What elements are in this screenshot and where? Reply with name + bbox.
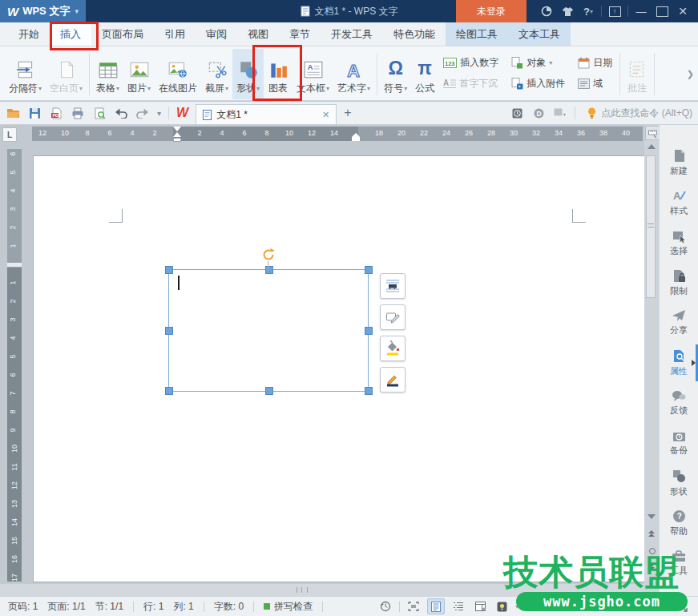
formula-button[interactable]: π 公式 bbox=[411, 49, 438, 99]
document-tab[interactable]: 文档1 * bbox=[196, 104, 337, 124]
recent-history-icon[interactable] bbox=[377, 599, 393, 614]
tab-stop-selector[interactable]: L bbox=[2, 127, 17, 142]
tab-section[interactable]: 章节 bbox=[279, 22, 321, 46]
close-button[interactable]: ✕ bbox=[672, 0, 693, 22]
selection-handle[interactable] bbox=[365, 266, 373, 274]
scrollbar-thumb[interactable] bbox=[646, 155, 656, 298]
textbox-shape[interactable] bbox=[168, 269, 369, 392]
online-picture-button[interactable]: 在线图片 bbox=[155, 49, 201, 99]
sidebar-item-backup[interactable]: 备份 bbox=[660, 423, 698, 463]
sidebar-item-properties[interactable]: 属性 bbox=[660, 343, 698, 383]
tab-insert[interactable]: 插入 bbox=[50, 22, 91, 46]
help-button[interactable]: ? bbox=[578, 0, 599, 22]
tab-home[interactable]: 开始 bbox=[8, 22, 50, 46]
export-pdf-button[interactable]: PDF bbox=[49, 106, 63, 120]
table-button[interactable]: 表格 bbox=[92, 49, 123, 99]
shape-style-button[interactable] bbox=[380, 304, 405, 330]
eye-protect-mode-button[interactable] bbox=[494, 599, 510, 614]
fullscreen-view-button[interactable] bbox=[405, 599, 422, 614]
page-view-button[interactable] bbox=[427, 598, 445, 614]
tab-review[interactable]: 审阅 bbox=[196, 22, 237, 46]
sidebar-item-share[interactable]: 分享 bbox=[660, 303, 698, 343]
sidebar-item-help[interactable]: ? 帮助 bbox=[660, 503, 698, 543]
sidebar-item-styles[interactable]: A 样式 bbox=[660, 183, 698, 223]
left-indent-marker[interactable] bbox=[173, 138, 181, 142]
selection-handle[interactable] bbox=[165, 266, 173, 274]
drop-cap-button[interactable]: A 首字下沉 bbox=[443, 77, 498, 91]
v-ruler-origin-marker[interactable] bbox=[7, 263, 22, 267]
print-button[interactable] bbox=[71, 106, 85, 120]
new-tab-button[interactable] bbox=[344, 106, 351, 120]
breaks-button[interactable]: 分隔符 bbox=[5, 49, 46, 99]
blank-page-button[interactable]: 空白页 bbox=[46, 49, 87, 99]
ruler-toggle-button[interactable] bbox=[645, 126, 660, 140]
selection-handle[interactable] bbox=[365, 327, 373, 335]
selection-handle[interactable] bbox=[365, 387, 373, 395]
sidebar-item-shapes[interactable]: 形状 bbox=[660, 463, 698, 503]
doc-repair-icon[interactable]: D bbox=[531, 106, 546, 120]
tab-special-features[interactable]: 特色功能 bbox=[383, 22, 446, 46]
selection-handle[interactable] bbox=[165, 327, 173, 335]
screenshot-button[interactable]: 截屏 bbox=[201, 49, 232, 99]
toolbar-more-icon[interactable] bbox=[157, 109, 161, 118]
wps-app-menu-button[interactable]: W WPS 文字 bbox=[0, 0, 86, 22]
picture-button[interactable]: 图片 bbox=[123, 49, 155, 99]
open-file-button[interactable] bbox=[6, 106, 20, 120]
panel-collapse-arrow[interactable] bbox=[692, 360, 696, 366]
sidebar-item-select[interactable]: 选择 bbox=[660, 223, 698, 263]
outline-view-button[interactable] bbox=[450, 599, 466, 614]
selection-handle[interactable] bbox=[265, 266, 273, 274]
history-version-icon[interactable] bbox=[510, 106, 524, 120]
date-button[interactable]: 日期 bbox=[578, 56, 612, 70]
scroll-up-arrow[interactable] bbox=[648, 144, 656, 149]
share-more-icon[interactable] bbox=[553, 106, 567, 120]
insert-number-button[interactable]: 123 插入数字 bbox=[443, 56, 498, 70]
tab-view[interactable]: 视图 bbox=[237, 22, 279, 46]
web-layout-view-button[interactable] bbox=[472, 599, 488, 614]
tab-references[interactable]: 引用 bbox=[154, 22, 196, 46]
sidebar-item-new[interactable]: 新建 bbox=[660, 143, 698, 183]
save-button[interactable] bbox=[27, 106, 42, 120]
attachment-button[interactable]: 插入附件 bbox=[511, 77, 565, 91]
skin-shirt-icon[interactable] bbox=[557, 0, 578, 22]
wordart-button[interactable]: A 艺术字 bbox=[333, 49, 374, 99]
comment-button[interactable]: 批注 bbox=[623, 49, 652, 99]
textbox-button[interactable]: A 文本框 bbox=[293, 49, 333, 99]
outline-color-button[interactable] bbox=[380, 367, 405, 393]
login-button[interactable]: 未登录 bbox=[456, 0, 527, 22]
tab-page-layout[interactable]: 页面布局 bbox=[91, 22, 154, 46]
vertical-scrollbar[interactable] bbox=[644, 125, 659, 596]
sidebar-item-restrict[interactable]: 限制 bbox=[660, 263, 698, 303]
undo-button[interactable] bbox=[114, 106, 128, 120]
previous-page-button[interactable] bbox=[648, 530, 655, 537]
maximize-button[interactable] bbox=[652, 0, 672, 22]
field-button[interactable]: 域 bbox=[578, 77, 612, 91]
chart-button[interactable]: 图表 bbox=[264, 49, 293, 99]
scroll-down-arrow[interactable] bbox=[648, 514, 656, 519]
minimize-button[interactable]: — bbox=[631, 0, 652, 22]
find-command-button[interactable]: 点此查找命令 (Alt+Q) bbox=[587, 107, 692, 120]
close-tab-icon[interactable] bbox=[322, 110, 329, 120]
first-line-indent-marker[interactable] bbox=[173, 127, 181, 131]
feedback-circle-icon[interactable] bbox=[536, 0, 557, 22]
status-word-count[interactable]: 字数: 0 bbox=[214, 600, 244, 614]
selection-handle[interactable] bbox=[265, 387, 273, 395]
spellcheck-status[interactable]: 拼写检查 bbox=[264, 600, 313, 614]
ribbon-expander-icon[interactable]: ❯ bbox=[684, 69, 696, 79]
print-preview-button[interactable] bbox=[92, 106, 107, 120]
selection-handle[interactable] bbox=[165, 387, 173, 395]
hscrollbar-grip[interactable] bbox=[297, 587, 308, 593]
object-button[interactable]: 对象 bbox=[511, 56, 565, 70]
hide-ribbon-icon[interactable]: ↑ bbox=[604, 0, 625, 22]
shapes-button[interactable]: 形状 bbox=[232, 49, 264, 99]
right-indent-marker[interactable] bbox=[352, 132, 360, 140]
indent-markers[interactable] bbox=[173, 127, 180, 146]
rotate-handle-icon[interactable] bbox=[261, 248, 276, 262]
tab-drawing-tools[interactable]: 绘图工具 bbox=[446, 22, 508, 46]
tab-text-tools[interactable]: 文本工具 bbox=[508, 22, 571, 46]
sidebar-item-feedback[interactable]: 反馈 bbox=[660, 383, 698, 423]
fill-color-button[interactable] bbox=[380, 336, 405, 361]
tab-developer[interactable]: 开发工具 bbox=[321, 22, 383, 46]
hanging-indent-marker[interactable] bbox=[173, 132, 181, 137]
symbol-button[interactable]: Ω 符号 bbox=[380, 49, 411, 99]
